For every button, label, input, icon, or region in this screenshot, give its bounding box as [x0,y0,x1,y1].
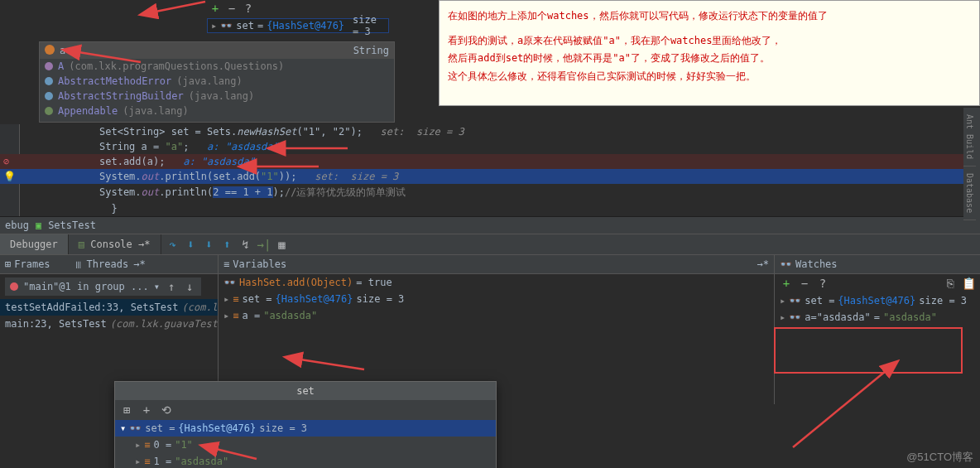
completion-item[interactable]: A (com.lxk.programQuestions.Questions) [40,59,394,74]
top-toolbar: + − ? [209,2,255,15]
completion-item[interactable]: AbstractMethodError (java.lang) [40,74,394,89]
glasses-icon: 👓 [129,422,142,434]
completion-popup: a String A (com.lxk.programQuestions.Que… [39,41,395,123]
popup-icon[interactable]: + [140,403,153,417]
watch-row[interactable]: ▸ 👓 a="asdasda" = "asdasda" [775,309,980,326]
popup-icon[interactable]: ⊞ [120,403,133,417]
console-icon: ▤ [79,239,90,250]
popup-row[interactable]: ▸ ≡ 0 = "1" [115,437,496,453]
current-line-icon: 💡 [3,171,16,182]
frame-row[interactable]: testSetAddFailed:33, SetsTest (com.lxk.g… [0,299,218,316]
equals-icon: ≡ [233,310,238,321]
collapse-icon[interactable]: ▾ [120,422,126,434]
debug-window-header: ebug ▣ SetsTest [0,216,980,234]
step-into-icon[interactable]: ⬇ [185,238,198,251]
popup-row[interactable]: ▸ ≡ 1 = "asdasda" [115,453,496,468]
tab-console[interactable]: ▤ Console →* [69,234,161,254]
expand-icon[interactable]: ▸ [211,20,217,31]
evaluate-icon[interactable]: ▦ [276,238,289,251]
var-extra: size = 3 [353,14,385,37]
expand-icon[interactable]: ▸ [780,295,785,306]
remove-icon[interactable]: − [225,2,238,15]
expand-icon[interactable]: ▸ [135,456,141,467]
help-icon[interactable]: ? [816,277,829,290]
popup-row[interactable]: ▾ 👓 set = {HashSet@476} size = 3 [115,420,496,437]
threads-icon: ⫼ [74,258,84,270]
test-icon: ▣ [36,220,41,231]
database-tab[interactable]: Database [963,166,976,220]
next-frame-icon[interactable]: ↓ [183,280,196,293]
debug-label: ebug [5,220,29,231]
debug-tab-name[interactable]: SetsTest [48,220,96,231]
ant-build-tab[interactable]: Ant Build [963,108,976,166]
equals-icon: ≡ [233,293,238,305]
expand-icon[interactable]: ▸ [135,439,141,451]
glasses-icon: 👓 [789,311,801,323]
glasses-icon: 👓 [223,277,236,288]
variable-row[interactable]: 👓 HashSet.add(Object) = true [219,274,774,291]
glasses-icon: 👓 [789,295,801,306]
variables-header: ≡ Variables →* [219,255,774,274]
thread-status-icon [10,282,18,291]
step-out-icon[interactable]: ⬆ [221,238,234,251]
var-icon [45,45,55,55]
popup-title: set [115,382,496,400]
force-step-icon[interactable]: ⬇ [203,238,216,251]
variable-row[interactable]: ▸ ≡ a = "asdasda" [219,307,774,324]
thread-selector[interactable]: "main"@1 in group ... ▾ ↑ ↓ [5,277,201,296]
expand-icon[interactable]: ▸ [780,311,785,323]
glasses-icon: 👓 [220,20,233,31]
step-over-icon[interactable]: ↷ [166,238,180,251]
dropdown-icon: ▾ [154,281,160,292]
add-watch-icon[interactable]: + [780,277,793,290]
watch-row[interactable]: ▸ 👓 set = {HashSet@476} size = 3 [775,292,980,309]
right-sidebar: Ant Build Database [963,108,980,220]
remove-watch-icon[interactable]: − [798,277,811,290]
watches-icon: 👓 [780,258,792,270]
popup-type: String [353,45,389,56]
breakpoint-icon[interactable]: ⊘ [3,156,9,167]
debug-tabbar: Debugger ▤ Console →* ↷ ⬇ ⬇ ⬆ ↯ →| ▦ [0,234,980,255]
expand-icon[interactable]: ▸ [223,310,229,321]
annotation-line: 看到我的测试，a原来在代码被赋值"a"，我在那个watches里面给他改了， [448,32,971,51]
annotation-line: 这个具体怎么修改，还得看官你自己实际测试的时候，好好实验一把。 [448,68,971,86]
watches-header: 👓 Watches [775,255,980,274]
popup-icon[interactable]: ⟲ [160,403,173,417]
annotation-box: 在如图的地方上添加个watches，然后你就可以写代码，修改运行状态下的变量的值… [439,0,980,106]
copy-icon[interactable]: ⎘ [944,277,957,290]
variable-row[interactable]: ▸ ≡ set = {HashSet@476} size = 3 [219,291,774,307]
var-name: set [236,20,254,31]
add-icon[interactable]: + [209,2,222,15]
popup-var: a [60,45,65,56]
drop-frame-icon[interactable]: ↯ [239,238,252,251]
prev-frame-icon[interactable]: ↑ [165,280,178,293]
paste-icon[interactable]: 📋 [962,277,975,290]
var-value: {HashSet@476} [267,20,344,31]
annotation-line: 在如图的地方上添加个watches，然后你就可以写代码，修改运行状态下的变量的值… [448,7,971,26]
help-icon[interactable]: ? [242,2,255,15]
expand-icon[interactable]: ▸ [223,293,229,305]
watermark: @51CTO博客 [906,450,973,465]
annotation-line: 然后再add到set的时候，他就不再是"a"了，变成了我修改之后的值了。 [448,50,971,68]
pin-icon[interactable]: →* [757,258,769,270]
run-to-cursor-icon[interactable]: →| [257,238,271,251]
completion-item[interactable]: Appendable (java.lang) [40,104,394,118]
equals: = [257,20,263,31]
watches-toolbar: + − ? ⎘ 📋 [775,274,980,292]
frames-icon: ⊞ [5,258,11,270]
completion-item[interactable]: AbstractStringBuilder (java.lang) [40,89,394,104]
variables-icon: ≡ [223,258,229,270]
watch-expression-row[interactable]: ▸ 👓 set = {HashSet@476} size = 3 [207,18,389,33]
editor[interactable]: Set<String> set = Sets.newHashSet("1", "… [0,124,980,216]
tab-debugger[interactable]: Debugger [0,234,69,254]
evaluate-popup: set ⊞ + ⟲ ▾ 👓 set = {HashSet@476} size =… [114,381,497,468]
frame-row[interactable]: main:23, SetsTest (com.lxk.guavaTest) [0,316,218,332]
frames-header: ⊞ Frames ⫼ Threads →* [0,255,218,274]
